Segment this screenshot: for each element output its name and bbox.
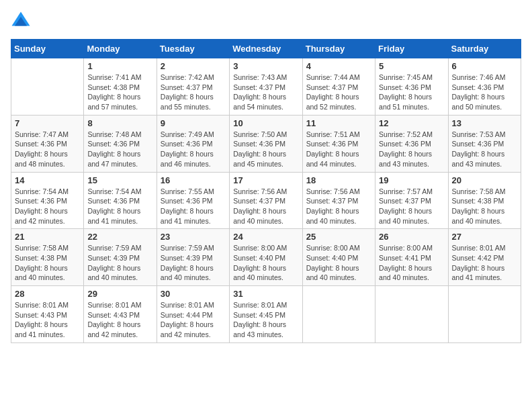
day-info: Sunrise: 7:53 AMSunset: 4:36 PMDaylight:… [452, 130, 517, 169]
day-number: 27 [452, 232, 517, 242]
calendar-cell: 6Sunrise: 7:46 AMSunset: 4:36 PMDaylight… [448, 58, 521, 116]
day-number: 6 [452, 61, 517, 71]
day-info: Sunrise: 7:46 AMSunset: 4:36 PMDaylight:… [452, 73, 517, 112]
calendar-cell: 9Sunrise: 7:49 AMSunset: 4:36 PMDaylight… [157, 115, 229, 172]
calendar-cell: 18Sunrise: 7:56 AMSunset: 4:37 PMDayligh… [302, 172, 375, 229]
day-number: 28 [15, 289, 80, 299]
calendar-cell: 10Sunrise: 7:50 AMSunset: 4:36 PMDayligh… [230, 115, 302, 172]
calendar-week-row: 1Sunrise: 7:41 AMSunset: 4:38 PMDaylight… [11, 58, 521, 116]
day-number: 23 [161, 232, 226, 242]
day-info: Sunrise: 7:57 AMSunset: 4:37 PMDaylight:… [379, 187, 444, 226]
day-info: Sunrise: 7:52 AMSunset: 4:36 PMDaylight:… [379, 130, 444, 169]
day-info: Sunrise: 7:56 AMSunset: 4:37 PMDaylight:… [306, 187, 371, 226]
day-info: Sunrise: 7:55 AMSunset: 4:36 PMDaylight:… [161, 187, 226, 226]
day-number: 14 [15, 175, 80, 185]
page-header [11, 11, 521, 31]
day-number: 4 [306, 61, 371, 71]
day-info: Sunrise: 8:01 AMSunset: 4:44 PMDaylight:… [161, 300, 226, 340]
day-info: Sunrise: 8:01 AMSunset: 4:43 PMDaylight:… [87, 300, 152, 340]
day-info: Sunrise: 8:01 AMSunset: 4:42 PMDaylight:… [452, 243, 517, 283]
logo [11, 11, 34, 31]
day-info: Sunrise: 7:56 AMSunset: 4:37 PMDaylight:… [233, 187, 298, 226]
calendar-cell: 12Sunrise: 7:52 AMSunset: 4:36 PMDayligh… [375, 115, 448, 172]
day-number: 24 [233, 232, 298, 242]
day-number: 16 [161, 175, 226, 185]
calendar-cell: 3Sunrise: 7:43 AMSunset: 4:37 PMDaylight… [230, 58, 302, 116]
day-number: 29 [87, 289, 152, 299]
day-info: Sunrise: 7:59 AMSunset: 4:39 PMDaylight:… [161, 243, 226, 283]
calendar-week-row: 21Sunrise: 7:58 AMSunset: 4:38 PMDayligh… [11, 229, 521, 286]
calendar-cell: 29Sunrise: 8:01 AMSunset: 4:43 PMDayligh… [84, 286, 157, 343]
calendar-cell: 2Sunrise: 7:42 AMSunset: 4:37 PMDaylight… [157, 58, 229, 116]
calendar-week-row: 7Sunrise: 7:47 AMSunset: 4:36 PMDaylight… [11, 115, 521, 172]
day-info: Sunrise: 8:00 AMSunset: 4:40 PMDaylight:… [233, 243, 298, 283]
day-info: Sunrise: 7:50 AMSunset: 4:36 PMDaylight:… [233, 130, 298, 169]
calendar-cell: 1Sunrise: 7:41 AMSunset: 4:38 PMDaylight… [84, 58, 157, 116]
calendar-cell: 20Sunrise: 7:58 AMSunset: 4:38 PMDayligh… [448, 172, 521, 229]
calendar-cell: 21Sunrise: 7:58 AMSunset: 4:38 PMDayligh… [11, 229, 84, 286]
calendar-cell: 16Sunrise: 7:55 AMSunset: 4:36 PMDayligh… [157, 172, 229, 229]
day-number: 1 [87, 61, 152, 71]
day-info: Sunrise: 8:00 AMSunset: 4:41 PMDaylight:… [379, 243, 444, 283]
calendar-cell: 28Sunrise: 8:01 AMSunset: 4:43 PMDayligh… [11, 286, 84, 343]
day-number: 3 [233, 61, 298, 71]
day-number: 30 [161, 289, 226, 299]
column-header-thursday: Thursday [302, 40, 375, 58]
calendar-cell: 22Sunrise: 7:59 AMSunset: 4:39 PMDayligh… [84, 229, 157, 286]
day-number: 17 [233, 175, 298, 185]
logo-icon [11, 11, 31, 31]
day-number: 5 [379, 61, 444, 71]
day-info: Sunrise: 7:42 AMSunset: 4:37 PMDaylight:… [161, 73, 226, 112]
calendar-cell: 23Sunrise: 7:59 AMSunset: 4:39 PMDayligh… [157, 229, 229, 286]
day-number: 13 [452, 118, 517, 128]
calendar-table: SundayMondayTuesdayWednesdayThursdayFrid… [11, 39, 521, 343]
day-number: 8 [87, 118, 152, 128]
column-header-saturday: Saturday [448, 40, 521, 58]
calendar-cell: 27Sunrise: 8:01 AMSunset: 4:42 PMDayligh… [448, 229, 521, 286]
calendar-cell [448, 286, 521, 343]
calendar-cell [302, 286, 375, 343]
calendar-cell: 26Sunrise: 8:00 AMSunset: 4:41 PMDayligh… [375, 229, 448, 286]
calendar-cell: 13Sunrise: 7:53 AMSunset: 4:36 PMDayligh… [448, 115, 521, 172]
column-header-monday: Monday [84, 40, 157, 58]
day-number: 22 [87, 232, 152, 242]
day-info: Sunrise: 7:58 AMSunset: 4:38 PMDaylight:… [15, 243, 80, 283]
day-info: Sunrise: 7:54 AMSunset: 4:36 PMDaylight:… [15, 187, 80, 226]
calendar-cell: 4Sunrise: 7:44 AMSunset: 4:37 PMDaylight… [302, 58, 375, 116]
day-number: 15 [87, 175, 152, 185]
day-info: Sunrise: 7:44 AMSunset: 4:37 PMDaylight:… [306, 73, 371, 112]
calendar-cell: 15Sunrise: 7:54 AMSunset: 4:36 PMDayligh… [84, 172, 157, 229]
day-number: 10 [233, 118, 298, 128]
day-info: Sunrise: 8:01 AMSunset: 4:43 PMDaylight:… [15, 300, 80, 340]
calendar-cell [375, 286, 448, 343]
calendar-cell: 24Sunrise: 8:00 AMSunset: 4:40 PMDayligh… [230, 229, 302, 286]
day-info: Sunrise: 7:41 AMSunset: 4:38 PMDaylight:… [87, 73, 152, 112]
day-info: Sunrise: 7:45 AMSunset: 4:36 PMDaylight:… [379, 73, 444, 112]
day-number: 20 [452, 175, 517, 185]
day-info: Sunrise: 7:59 AMSunset: 4:39 PMDaylight:… [87, 243, 152, 283]
day-number: 11 [306, 118, 371, 128]
column-header-wednesday: Wednesday [230, 40, 302, 58]
day-number: 19 [379, 175, 444, 185]
day-number: 18 [306, 175, 371, 185]
day-number: 26 [379, 232, 444, 242]
column-header-sunday: Sunday [11, 40, 84, 58]
day-info: Sunrise: 7:49 AMSunset: 4:36 PMDaylight:… [161, 130, 226, 169]
day-info: Sunrise: 8:00 AMSunset: 4:40 PMDaylight:… [306, 243, 371, 283]
calendar-cell: 7Sunrise: 7:47 AMSunset: 4:36 PMDaylight… [11, 115, 84, 172]
day-number: 2 [161, 61, 226, 71]
calendar-week-row: 14Sunrise: 7:54 AMSunset: 4:36 PMDayligh… [11, 172, 521, 229]
calendar-cell: 17Sunrise: 7:56 AMSunset: 4:37 PMDayligh… [230, 172, 302, 229]
calendar-header-row: SundayMondayTuesdayWednesdayThursdayFrid… [11, 40, 521, 58]
day-number: 21 [15, 232, 80, 242]
day-info: Sunrise: 7:58 AMSunset: 4:38 PMDaylight:… [452, 187, 517, 226]
calendar-cell: 14Sunrise: 7:54 AMSunset: 4:36 PMDayligh… [11, 172, 84, 229]
day-info: Sunrise: 7:43 AMSunset: 4:37 PMDaylight:… [233, 73, 298, 112]
calendar-week-row: 28Sunrise: 8:01 AMSunset: 4:43 PMDayligh… [11, 286, 521, 343]
day-info: Sunrise: 7:48 AMSunset: 4:36 PMDaylight:… [87, 130, 152, 169]
column-header-tuesday: Tuesday [157, 40, 229, 58]
day-number: 25 [306, 232, 371, 242]
calendar-cell: 8Sunrise: 7:48 AMSunset: 4:36 PMDaylight… [84, 115, 157, 172]
day-info: Sunrise: 7:47 AMSunset: 4:36 PMDaylight:… [15, 130, 80, 169]
calendar-cell [11, 58, 84, 116]
